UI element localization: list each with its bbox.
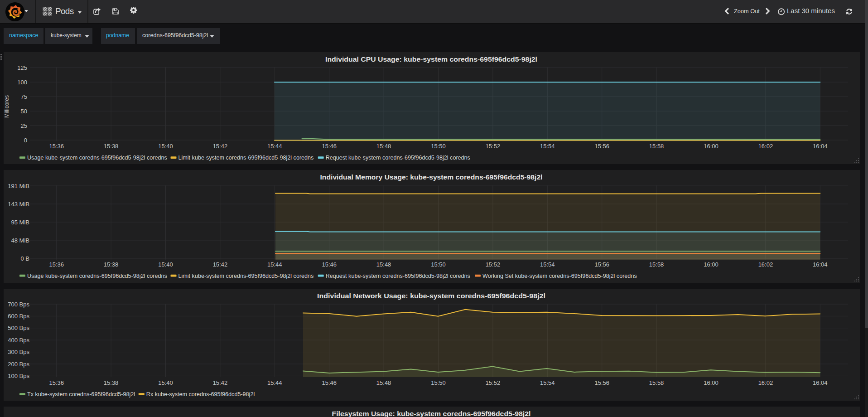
svg-text:500 Bps: 500 Bps bbox=[8, 325, 29, 331]
svg-text:15:52: 15:52 bbox=[486, 261, 501, 268]
svg-text:15:50: 15:50 bbox=[431, 379, 446, 386]
svg-text:400 Bps: 400 Bps bbox=[8, 337, 29, 344]
svg-text:Individual Memory Usage: kube-: Individual Memory Usage: kube-system cor… bbox=[320, 173, 543, 181]
svg-text:75: 75 bbox=[21, 93, 27, 100]
svg-text:0 B: 0 B bbox=[20, 255, 29, 262]
svg-text:15:44: 15:44 bbox=[267, 261, 282, 268]
svg-text:15:50: 15:50 bbox=[431, 143, 446, 150]
svg-text:15:56: 15:56 bbox=[594, 379, 609, 386]
svg-text:15:42: 15:42 bbox=[213, 379, 228, 386]
svg-text:15:58: 15:58 bbox=[649, 261, 664, 268]
svg-text:16:00: 16:00 bbox=[704, 379, 719, 386]
svg-text:15:54: 15:54 bbox=[540, 379, 555, 386]
svg-text:50: 50 bbox=[21, 108, 27, 115]
svg-text:15:54: 15:54 bbox=[540, 261, 555, 268]
svg-text:15:46: 15:46 bbox=[322, 379, 337, 386]
svg-text:15:46: 15:46 bbox=[322, 143, 337, 150]
svg-text:15:50: 15:50 bbox=[431, 261, 446, 268]
svg-text:100: 100 bbox=[17, 79, 27, 86]
svg-text:Filesystem Usage: kube-system: Filesystem Usage: kube-system coredns-69… bbox=[332, 410, 531, 417]
svg-text:15:36: 15:36 bbox=[49, 379, 64, 386]
svg-text:Millicores: Millicores bbox=[4, 95, 10, 118]
svg-text:200 Bps: 200 Bps bbox=[8, 361, 29, 368]
svg-text:100 Bps: 100 Bps bbox=[8, 373, 29, 379]
svg-text:15:52: 15:52 bbox=[486, 379, 501, 386]
svg-text:Limit kube-system coredns-695f: Limit kube-system coredns-695f96dcd5-98j… bbox=[178, 273, 314, 279]
svg-text:15:40: 15:40 bbox=[158, 261, 173, 268]
svg-text:15:44: 15:44 bbox=[267, 143, 282, 150]
svg-text:15:42: 15:42 bbox=[213, 143, 228, 150]
svg-text:15:38: 15:38 bbox=[104, 261, 119, 268]
svg-text:16:02: 16:02 bbox=[758, 143, 773, 150]
svg-text:15:38: 15:38 bbox=[104, 379, 119, 386]
svg-text:15:54: 15:54 bbox=[540, 143, 555, 150]
svg-text:15:44: 15:44 bbox=[267, 379, 282, 386]
svg-text:15:40: 15:40 bbox=[158, 379, 173, 386]
svg-text:16:00: 16:00 bbox=[704, 143, 719, 150]
svg-text:Request kube-system coredns-69: Request kube-system coredns-695f96dcd5-9… bbox=[326, 273, 470, 279]
svg-text:15:42: 15:42 bbox=[213, 261, 228, 268]
svg-text:15:38: 15:38 bbox=[104, 143, 119, 150]
svg-text:16:00: 16:00 bbox=[704, 261, 719, 268]
svg-text:16:04: 16:04 bbox=[813, 379, 828, 386]
svg-text:Usage kube-system coredns-695f: Usage kube-system coredns-695f96dcd5-98j… bbox=[27, 273, 167, 279]
svg-text:15:56: 15:56 bbox=[594, 143, 609, 150]
svg-text:15:58: 15:58 bbox=[649, 379, 664, 386]
svg-text:15:36: 15:36 bbox=[49, 143, 64, 150]
svg-text:Working Set kube-system coredn: Working Set kube-system coredns-695f96dc… bbox=[482, 273, 637, 279]
svg-text:125: 125 bbox=[17, 64, 27, 71]
svg-text:15:48: 15:48 bbox=[376, 379, 391, 386]
svg-text:15:52: 15:52 bbox=[486, 143, 501, 150]
svg-text:15:58: 15:58 bbox=[649, 143, 664, 150]
svg-text:15:56: 15:56 bbox=[594, 261, 609, 268]
svg-text:191 MiB: 191 MiB bbox=[8, 183, 29, 189]
svg-text:15:48: 15:48 bbox=[376, 261, 391, 268]
svg-text:15:40: 15:40 bbox=[158, 143, 173, 150]
svg-text:Tx kube-system coredns-695f96d: Tx kube-system coredns-695f96dcd5-98j2l bbox=[27, 391, 135, 398]
svg-text:Individual CPU Usage: kube-sys: Individual CPU Usage: kube-system coredn… bbox=[325, 55, 537, 63]
svg-text:16:02: 16:02 bbox=[758, 261, 773, 268]
svg-text:25: 25 bbox=[21, 122, 27, 129]
svg-text:300 Bps: 300 Bps bbox=[8, 349, 29, 355]
svg-text:16:02: 16:02 bbox=[758, 379, 773, 386]
svg-text:Rx kube-system coredns-695f96d: Rx kube-system coredns-695f96dcd5-98j2l bbox=[146, 391, 255, 398]
svg-text:Limit kube-system coredns-695f: Limit kube-system coredns-695f96dcd5-98j… bbox=[178, 155, 314, 161]
svg-text:16:04: 16:04 bbox=[813, 143, 828, 150]
svg-text:95 MiB: 95 MiB bbox=[11, 219, 29, 226]
svg-text:Request kube-system coredns-69: Request kube-system coredns-695f96dcd5-9… bbox=[326, 155, 470, 161]
svg-text:15:46: 15:46 bbox=[322, 261, 337, 268]
svg-text:16:04: 16:04 bbox=[813, 261, 828, 268]
svg-text:0: 0 bbox=[24, 137, 27, 144]
svg-text:700 Bps: 700 Bps bbox=[8, 301, 29, 308]
svg-text:48 MiB: 48 MiB bbox=[11, 237, 29, 244]
svg-text:600 Bps: 600 Bps bbox=[8, 313, 29, 320]
svg-text:143 MiB: 143 MiB bbox=[8, 201, 29, 208]
svg-text:Usage kube-system coredns-695f: Usage kube-system coredns-695f96dcd5-98j… bbox=[27, 155, 167, 161]
svg-text:15:48: 15:48 bbox=[376, 143, 391, 150]
svg-text:15:36: 15:36 bbox=[49, 261, 64, 268]
svg-text:Individual Network Usage: kube: Individual Network Usage: kube-system co… bbox=[317, 292, 545, 300]
